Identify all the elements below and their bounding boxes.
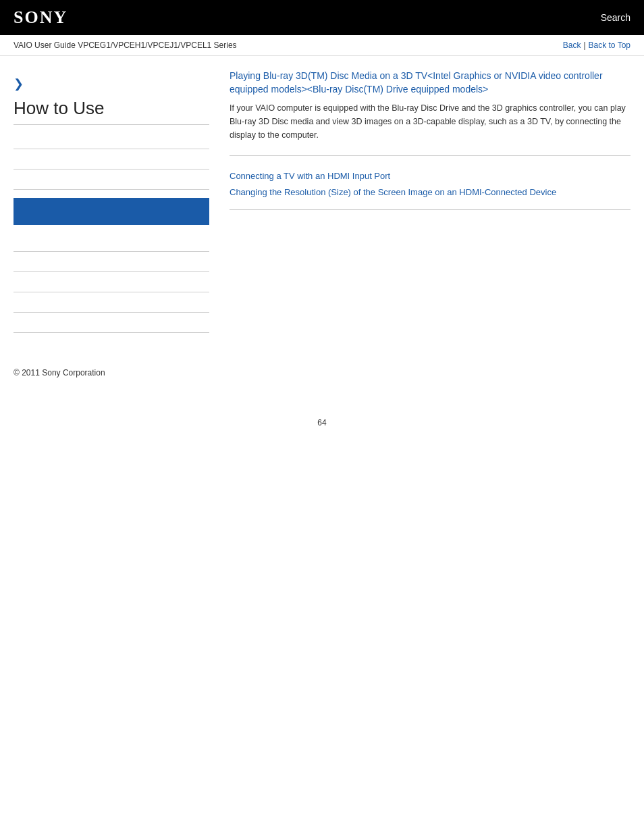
- header: SONY Search: [0, 0, 644, 35]
- sidebar-arrow-icon[interactable]: ❯: [14, 76, 209, 91]
- sidebar-item-8[interactable]: [14, 314, 209, 333]
- breadcrumb-text: VAIO User Guide VPCEG1/VPCEH1/VPCEJ1/VPC…: [14, 41, 237, 50]
- breadcrumb-bar: VAIO User Guide VPCEG1/VPCEH1/VPCEJ1/VPC…: [0, 35, 644, 56]
- main-article-link[interactable]: Playing Blu-ray 3D(TM) Disc Media on a 3…: [230, 70, 630, 96]
- search-button[interactable]: Search: [601, 12, 630, 23]
- related-link-1[interactable]: Connecting a TV with an HDMI Input Port: [230, 170, 630, 183]
- sidebar-title: How to Use: [14, 98, 209, 119]
- sidebar-item-2[interactable]: [14, 151, 209, 170]
- related-links-section: Connecting a TV with an HDMI Input Port …: [230, 170, 630, 199]
- copyright-text: © 2011 Sony Corporation: [14, 368, 105, 377]
- page-number: 64: [0, 418, 644, 427]
- main-container: ❯ How to Use Playing Blu-ray 3D(TM) Disc…: [0, 56, 644, 348]
- content-divider-2: [230, 209, 630, 210]
- sidebar-item-7[interactable]: [14, 294, 209, 313]
- content-area: Playing Blu-ray 3D(TM) Disc Media on a 3…: [223, 70, 630, 334]
- back-to-top-link[interactable]: Back to Top: [589, 41, 630, 50]
- sidebar-item-5[interactable]: [14, 253, 209, 272]
- nav-links: Back | Back to Top: [563, 41, 630, 50]
- sidebar-divider-1: [14, 124, 209, 125]
- nav-separator: |: [583, 41, 585, 50]
- sidebar: ❯ How to Use: [14, 70, 223, 334]
- sidebar-item-4[interactable]: [14, 233, 209, 252]
- sony-logo: SONY: [14, 7, 68, 28]
- sidebar-item-1[interactable]: [14, 130, 209, 149]
- related-link-2[interactable]: Changing the Resolution (Size) of the Sc…: [230, 186, 630, 199]
- main-article-description: If your VAIO computer is equipped with t…: [230, 101, 630, 142]
- content-divider-1: [230, 155, 630, 156]
- footer: © 2011 Sony Corporation: [0, 348, 644, 391]
- back-link[interactable]: Back: [563, 41, 581, 50]
- sidebar-item-highlighted[interactable]: [14, 198, 209, 225]
- sidebar-item-6[interactable]: [14, 273, 209, 292]
- sidebar-item-3[interactable]: [14, 171, 209, 190]
